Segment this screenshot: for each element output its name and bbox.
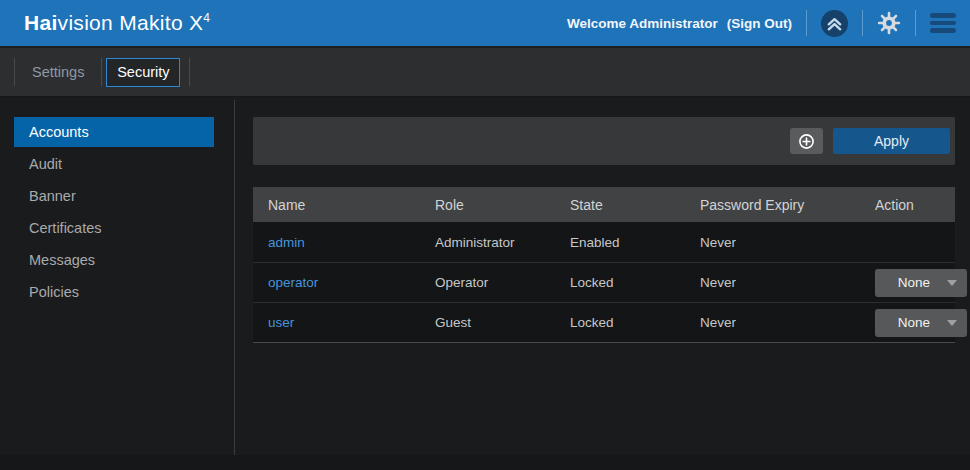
brand-sup: 4 [203, 11, 210, 25]
account-name-link[interactable]: operator [268, 275, 318, 290]
sidebar-item-accounts[interactable]: Accounts [14, 117, 214, 147]
action-dropdown[interactable]: None [875, 309, 967, 337]
account-role: Administrator [435, 235, 570, 250]
account-name-link[interactable]: admin [268, 235, 305, 250]
security-sidebar: AccountsAuditBannerCertificatesMessagesP… [14, 117, 214, 309]
column-header-action: Action [875, 197, 955, 213]
sidebar-divider [234, 100, 235, 470]
accounts-table-header: Name Role State Password Expiry Action [253, 187, 955, 222]
header-separator [862, 10, 863, 36]
account-role: Operator [435, 275, 570, 290]
account-state: Enabled [570, 235, 700, 250]
plus-icon [798, 133, 815, 150]
gear-icon[interactable] [877, 11, 901, 35]
account-password-expiry: Never [700, 235, 875, 250]
accounts-table-body: admin Administrator Enabled Never operat… [253, 222, 955, 343]
column-header-password-expiry: Password Expiry [700, 197, 875, 213]
sidebar-item-banner[interactable]: Banner [14, 181, 214, 211]
brand-bold: Hai [24, 11, 58, 34]
account-role: Guest [435, 315, 570, 330]
status-chevrons-icon[interactable] [821, 10, 848, 37]
sidebar-item-messages[interactable]: Messages [14, 245, 214, 275]
account-state: Locked [570, 275, 700, 290]
column-header-state: State [570, 197, 700, 213]
table-row: operator Operator Locked Never None [253, 262, 955, 302]
tab-security[interactable]: Security [106, 58, 180, 87]
action-dropdown[interactable]: None [875, 269, 967, 297]
action-dropdown-value: None [875, 315, 947, 330]
header-separator [806, 10, 807, 36]
tab-bar: Settings Security [0, 46, 970, 97]
add-account-button[interactable] [790, 128, 823, 154]
table-row: user Guest Locked Never None [253, 302, 955, 342]
account-password-expiry: Never [700, 275, 875, 290]
sidebar-item-certificates[interactable]: Certificates [14, 213, 214, 243]
sidebar-item-policies[interactable]: Policies [14, 277, 214, 307]
chevron-down-icon [947, 280, 957, 286]
menu-icon[interactable] [930, 13, 956, 33]
column-header-name: Name [268, 197, 435, 213]
tab-separator [189, 58, 190, 86]
account-name-link[interactable]: user [268, 315, 294, 330]
sign-out-link[interactable]: (Sign Out) [727, 16, 792, 31]
accounts-panel: Apply Name Role State Password Expiry Ac… [253, 117, 955, 343]
brand-logo: Haivision Makito X4 [24, 11, 210, 35]
apply-button[interactable]: Apply [833, 128, 950, 154]
account-state: Locked [570, 315, 700, 330]
chevron-down-icon [947, 320, 957, 326]
sidebar-item-audit[interactable]: Audit [14, 149, 214, 179]
footer [0, 455, 970, 470]
table-row: admin Administrator Enabled Never [253, 222, 955, 262]
account-password-expiry: Never [700, 315, 875, 330]
header-separator [915, 10, 916, 36]
content-area: AccountsAuditBannerCertificatesMessagesP… [0, 97, 970, 470]
accounts-toolbar: Apply [253, 117, 955, 165]
brand-rest: vision Makito X [58, 11, 204, 34]
app-header: Haivision Makito X4 Welcome Administrato… [0, 0, 970, 46]
action-dropdown-value: None [875, 275, 947, 290]
tab-settings[interactable]: Settings [15, 47, 101, 98]
column-header-role: Role [435, 197, 570, 213]
welcome-text: Welcome Administrator [567, 16, 718, 31]
